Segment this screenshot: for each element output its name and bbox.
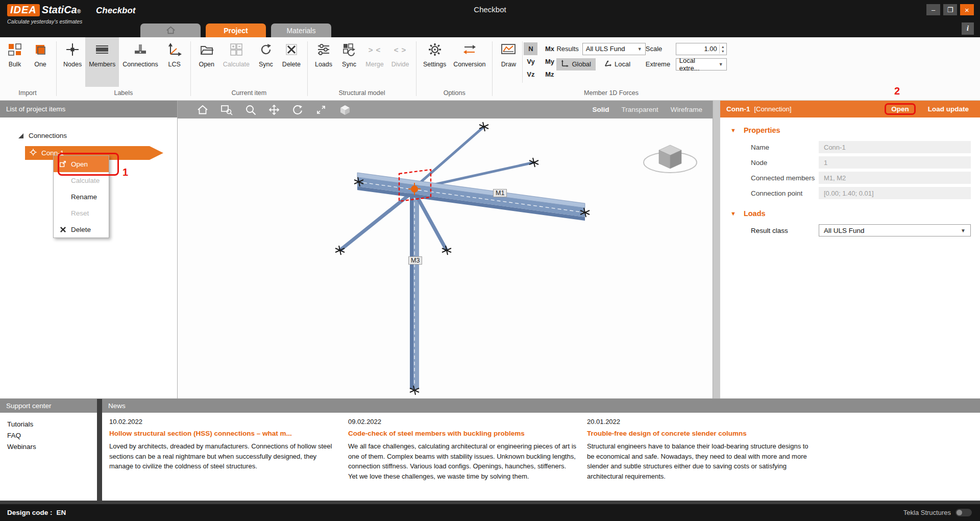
support-link-tutorials[interactable]: Tutorials	[7, 419, 97, 430]
context-menu-rename[interactable]: Rename	[54, 188, 109, 205]
force-toggle-mx[interactable]: Mx	[543, 42, 556, 55]
settings-button[interactable]: Settings	[420, 37, 450, 87]
member-label-m3: M3	[408, 256, 422, 265]
one-button[interactable]: One	[28, 37, 53, 87]
annotation-step-1: 1	[122, 167, 128, 178]
minimize-button[interactable]: –	[926, 4, 940, 15]
news-article: 09.02.2022 Code-check of steel members w…	[348, 418, 577, 501]
force-toggle-my[interactable]: My	[543, 55, 556, 68]
draw-label: Draw	[501, 61, 516, 68]
chevron-down-icon: ▼	[716, 62, 723, 67]
scale-input[interactable]: 1.00 ▲ ▼	[676, 43, 727, 55]
property-row-node: Node 1	[720, 155, 980, 170]
divide-button[interactable]: < > Divide	[387, 37, 413, 87]
name-label: Name	[720, 144, 769, 151]
force-toggle-mz[interactable]: Mz	[543, 68, 556, 81]
property-row-name: Name Conn-1	[720, 139, 980, 155]
property-row-connection-point: Connection point [0.00; 1.40; 0.01]	[720, 185, 980, 201]
conversion-button[interactable]: Conversion	[450, 37, 489, 87]
connections-button[interactable]: Connections	[119, 37, 162, 87]
context-menu-calculate[interactable]: Calculate	[54, 172, 109, 188]
news-header: News	[102, 399, 980, 413]
viewport-toolbar: Solid Transparent Wireframe	[178, 101, 713, 119]
lcs-button[interactable]: LCS	[162, 37, 187, 87]
article-title-link[interactable]: Code-check of steel members with bucklin…	[348, 430, 577, 437]
tree-node-connections[interactable]: Connections	[18, 132, 67, 139]
local-label: Local	[615, 60, 630, 68]
close-button[interactable]: ×	[960, 4, 974, 15]
main-tabs: Project Materials	[140, 23, 331, 37]
open-connection-button[interactable]: Open	[885, 103, 916, 115]
properties-section-header[interactable]: ▼ Properties	[730, 126, 980, 134]
sync-model-button[interactable]: Sync	[336, 37, 362, 87]
isometric-view-icon[interactable]	[339, 104, 351, 116]
extreme-dropdown[interactable]: Local extre... ▼	[676, 58, 727, 70]
article-title-link[interactable]: Trouble-free design of concrete slender …	[587, 430, 816, 437]
maximize-button[interactable]: ❐	[943, 4, 957, 15]
section-collapse-icon: ▼	[730, 210, 736, 217]
context-menu-reset[interactable]: Reset	[54, 205, 109, 221]
support-link-faq[interactable]: FAQ	[7, 430, 97, 441]
local-button[interactable]: Local	[599, 58, 635, 70]
zoom-icon[interactable]	[245, 104, 256, 115]
zoom-fit-icon[interactable]	[315, 104, 327, 115]
main-area: List of project items Connections Conn-1	[0, 101, 980, 398]
global-axes-icon	[561, 60, 569, 69]
rotate-icon[interactable]	[292, 104, 303, 115]
force-toggle-n[interactable]: N	[524, 42, 537, 55]
context-menu-open[interactable]: Open	[54, 156, 109, 172]
tree-expander-icon[interactable]	[18, 133, 23, 138]
design-code-label: Design code :	[7, 509, 53, 516]
open-item-button[interactable]: Open	[194, 37, 219, 87]
support-link-webinars[interactable]: Webinars	[7, 441, 97, 453]
nodes-button[interactable]: Nodes	[60, 37, 85, 87]
result-class-dropdown[interactable]: All ULS Fund ▼	[819, 224, 971, 236]
merge-button[interactable]: > < Merge	[362, 37, 387, 87]
group-label-import: Import	[2, 87, 53, 100]
loads-sliders-icon	[316, 42, 331, 57]
article-title-link[interactable]: Hollow structural section (HSS) connecti…	[109, 430, 338, 437]
load-update-button[interactable]: Load update	[928, 105, 969, 113]
view-mode-solid[interactable]: Solid	[592, 106, 609, 113]
ribbon-group-labels: Nodes Members Connections	[58, 37, 189, 100]
panel-divider	[713, 101, 720, 398]
ribbon-group-import: Bulk One Import	[0, 37, 55, 100]
view-mode-wireframe[interactable]: Wireframe	[671, 106, 702, 113]
conversion-arrows-icon	[462, 42, 477, 57]
node-label: Node	[720, 159, 767, 167]
global-button[interactable]: Global	[556, 58, 596, 70]
force-toggle-vy[interactable]: Vy	[524, 55, 537, 68]
results-dropdown[interactable]: All ULS Fund ▼	[582, 43, 646, 55]
force-toggle-vz[interactable]: Vz	[524, 68, 537, 81]
support-center-panel: Support center Tutorials FAQ Webinars	[0, 399, 97, 501]
tab-project[interactable]: Project	[206, 23, 266, 37]
pan-icon[interactable]	[268, 104, 280, 115]
view-mode-transparent[interactable]: Transparent	[621, 106, 658, 113]
group-label-current-item: Current item	[194, 87, 304, 100]
viewport-3d[interactable]: M1 M3	[178, 119, 713, 398]
view-home-icon[interactable]	[197, 105, 208, 115]
calculate-button[interactable]: Calculate	[219, 37, 253, 87]
loads-button[interactable]: Loads	[311, 37, 336, 87]
bulk-button[interactable]: Bulk	[2, 37, 28, 87]
sync-current-button[interactable]: Sync	[253, 37, 279, 87]
menu-delete-label: Delete	[71, 226, 91, 233]
divide-icon: < >	[394, 45, 407, 54]
members-button[interactable]: Members	[85, 37, 119, 87]
draw-button[interactable]: Draw	[496, 37, 521, 87]
scale-spinner[interactable]: ▲ ▼	[719, 44, 726, 54]
global-label: Global	[572, 60, 591, 68]
info-button[interactable]: i	[962, 22, 974, 35]
ribbon: Bulk One Import Nodes	[0, 37, 980, 101]
tab-home[interactable]	[140, 23, 201, 37]
delete-button[interactable]: Delete	[279, 37, 304, 87]
bim-link-toggle[interactable]	[955, 509, 972, 516]
zoom-window-icon[interactable]	[220, 104, 233, 115]
spinner-down-icon: ▼	[721, 49, 725, 54]
menu-open-label: Open	[71, 160, 88, 168]
context-menu-delete[interactable]: Delete	[54, 221, 109, 238]
merge-label: Merge	[365, 61, 383, 68]
group-label-options: Options	[420, 87, 489, 100]
tab-materials[interactable]: Materials	[271, 23, 331, 37]
loads-section-header[interactable]: ▼ Loads	[730, 209, 980, 218]
